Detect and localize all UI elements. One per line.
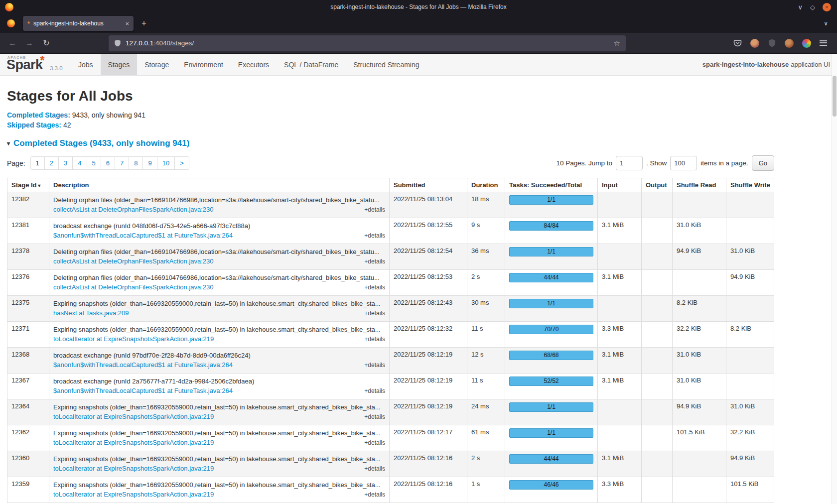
details-toggle[interactable]: +details — [364, 283, 385, 292]
details-toggle[interactable]: +details — [364, 361, 385, 370]
tasks-cell: 84/84 — [505, 218, 598, 244]
column-label: Shuffle Write — [730, 181, 770, 189]
details-toggle[interactable]: +details — [364, 257, 385, 266]
tasks-cell: 46/46 — [505, 477, 598, 503]
details-toggle[interactable]: +details — [364, 438, 385, 448]
list-all-tabs-icon[interactable]: ∨ — [824, 20, 828, 27]
stage-id-cell: 12360 — [7, 451, 49, 477]
browser-tab[interactable]: * spark-ingest-into-lakehous × — [23, 16, 134, 31]
ublock-extension-icon[interactable] — [768, 39, 776, 47]
next-page-button[interactable]: > — [174, 156, 189, 170]
window-close-button[interactable]: × — [823, 3, 831, 11]
stage-id-cell: 12368 — [7, 348, 49, 374]
spark-nav-executors[interactable]: Executors — [231, 54, 277, 75]
description-second-line: toLocalIterator at ExpireSnapshotsSparkA… — [53, 438, 385, 448]
menu-hamburger-icon[interactable] — [820, 40, 827, 46]
stage-description: Expiring snapshots (older_than=166932055… — [53, 480, 385, 490]
window-minimize-button[interactable]: ∨ — [798, 4, 803, 10]
page-button-6[interactable]: 6 — [101, 156, 115, 170]
spark-version: 3.3.0 — [50, 65, 63, 71]
stage-id-cell: 12381 — [7, 218, 49, 244]
stage-callsite-link[interactable]: toLocalIterator at ExpireSnapshotsSparkA… — [53, 412, 214, 421]
page-button-8[interactable]: 8 — [129, 156, 143, 170]
forward-button[interactable]: → — [22, 36, 37, 51]
completed-stages-summary: Completed Stages:9433, only showing 941 — [7, 110, 830, 120]
submitted-cell: 2022/11/25 08:12:53 — [390, 270, 467, 296]
details-toggle[interactable]: +details — [364, 205, 385, 215]
stage-callsite-link[interactable]: hasNext at Tasks.java:209 — [53, 308, 129, 318]
stage-callsite-link[interactable]: toLocalIterator at ExpireSnapshotsSparkA… — [53, 490, 214, 499]
skipped-stages-link[interactable]: Skipped Stages: — [7, 121, 61, 129]
page-button-5[interactable]: 5 — [87, 156, 101, 170]
column-header-submitted[interactable]: Submitted — [390, 178, 467, 192]
column-header-stage-id[interactable]: Stage Id ▾ — [7, 178, 49, 192]
submitted-cell: 2022/11/25 08:12:43 — [390, 296, 467, 322]
column-header-shuffle-read[interactable]: Shuffle Read — [673, 178, 726, 192]
spark-logo[interactable]: APACHE Spark * 3.3.0 — [6, 54, 71, 75]
pocket-icon[interactable] — [733, 39, 742, 47]
extension-pinwheel-icon[interactable] — [802, 39, 811, 48]
page-button-7[interactable]: 7 — [115, 156, 129, 170]
stage-callsite-link[interactable]: toLocalIterator at ExpireSnapshotsSparkA… — [53, 464, 214, 473]
details-toggle[interactable]: +details — [364, 464, 385, 474]
details-toggle[interactable]: +details — [364, 335, 385, 344]
details-toggle[interactable]: +details — [364, 309, 385, 318]
account-avatar-icon[interactable] — [750, 39, 759, 48]
bookmark-star-icon[interactable]: ☆ — [614, 39, 620, 48]
completed-stages-link[interactable]: Completed Stages: — [7, 111, 70, 119]
reload-button[interactable]: ↻ — [39, 36, 54, 51]
stage-description: Deleting orphan files (older_than=166910… — [53, 195, 385, 205]
items-per-page-input[interactable] — [670, 156, 697, 170]
column-header-description[interactable]: Description — [49, 178, 390, 192]
spark-nav-jobs[interactable]: Jobs — [71, 54, 101, 75]
duration-cell: 61 ms — [467, 425, 505, 451]
page-button-3[interactable]: 3 — [58, 156, 73, 170]
details-toggle[interactable]: +details — [364, 490, 385, 500]
extension-monkey-icon[interactable] — [785, 39, 794, 48]
column-header-tasks-succeeded-total[interactable]: Tasks: Succeeded/Total — [505, 178, 598, 192]
page-button-10[interactable]: 10 — [157, 156, 175, 170]
tab-close-icon[interactable]: × — [125, 20, 129, 27]
description-second-line: hasNext at Tasks.java:209+details — [53, 308, 385, 318]
stage-callsite-link[interactable]: collectAsList at DeleteOrphanFilesSparkA… — [53, 256, 214, 266]
scrollbar-thumb[interactable] — [833, 76, 837, 117]
details-toggle[interactable]: +details — [364, 412, 385, 422]
application-ui-suffix: application UI — [791, 61, 830, 68]
stage-callsite-link[interactable]: toLocalIterator at ExpireSnapshotsSparkA… — [53, 438, 214, 447]
stages-table-header-row: Stage Id ▾DescriptionSubmittedDurationTa… — [7, 178, 774, 192]
column-header-input[interactable]: Input — [598, 178, 642, 192]
page-button-4[interactable]: 4 — [72, 156, 87, 170]
stage-callsite-link[interactable]: collectAsList at DeleteOrphanFilesSparkA… — [53, 205, 214, 214]
stage-callsite-link[interactable]: $anonfun$withThreadLocalCaptured$1 at Fu… — [53, 386, 233, 395]
details-toggle[interactable]: +details — [364, 386, 385, 396]
page-button-9[interactable]: 9 — [142, 156, 157, 170]
url-bar[interactable]: 127.0.0.1:4040/stages/ ☆ — [109, 35, 626, 51]
page-button-2[interactable]: 2 — [44, 156, 59, 170]
stage-callsite-link[interactable]: $anonfun$withThreadLocalCaptured$1 at Fu… — [53, 360, 233, 370]
column-header-shuffle-write[interactable]: Shuffle Write — [726, 178, 774, 192]
spark-nav-sql-dataframe[interactable]: SQL / DataFrame — [277, 54, 346, 75]
new-tab-button[interactable]: + — [141, 18, 146, 28]
stage-callsite-link[interactable]: collectAsList at DeleteOrphanFilesSparkA… — [53, 282, 214, 292]
url-text[interactable]: 127.0.0.1:4040/stages/ — [126, 39, 614, 47]
stage-id-cell: 12376 — [7, 270, 49, 296]
description-second-line: $anonfun$withThreadLocalCaptured$1 at Fu… — [53, 360, 385, 370]
stage-callsite-link[interactable]: $anonfun$withThreadLocalCaptured$1 at Fu… — [53, 231, 233, 240]
spark-nav-storage[interactable]: Storage — [137, 54, 176, 75]
window-maximize-button[interactable]: ◇ — [810, 4, 815, 10]
column-header-duration[interactable]: Duration — [467, 178, 505, 192]
page-scrollbar[interactable] — [832, 54, 837, 504]
jump-to-page-input[interactable] — [616, 156, 643, 170]
completed-stages-section-toggle[interactable]: ▾ Completed Stages (9433, only showing 9… — [7, 138, 830, 148]
spark-nav-stages[interactable]: Stages — [101, 54, 138, 75]
go-button[interactable]: Go — [752, 155, 774, 171]
column-header-output[interactable]: Output — [642, 178, 673, 192]
tracking-protection-shield-icon[interactable] — [114, 39, 121, 47]
stage-callsite-link[interactable]: toLocalIterator at ExpireSnapshotsSparkA… — [53, 334, 214, 344]
spark-nav-structured-streaming[interactable]: Structured Streaming — [346, 54, 426, 75]
back-button[interactable]: ← — [5, 36, 20, 51]
spark-nav-environment[interactable]: Environment — [176, 54, 231, 75]
details-toggle[interactable]: +details — [364, 231, 385, 241]
duration-cell: 11 s — [467, 322, 505, 348]
page-button-1[interactable]: 1 — [30, 156, 45, 170]
